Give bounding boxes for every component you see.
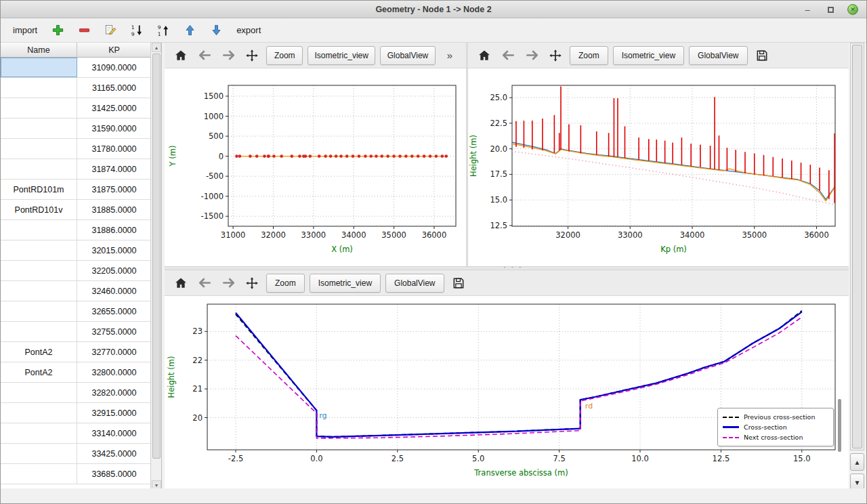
isometric-view-button[interactable]: Isometric_view xyxy=(613,46,684,65)
horizontal-splitter[interactable] xyxy=(165,266,849,270)
svg-text:rd: rd xyxy=(585,402,593,411)
move-down-button[interactable] xyxy=(207,22,225,39)
kp-cell[interactable]: 31425.0000 xyxy=(77,98,151,118)
table-row: 32915.0000 xyxy=(1,403,151,423)
kp-cell[interactable]: 32800.0000 xyxy=(77,362,151,382)
name-cell[interactable] xyxy=(1,119,77,138)
kp-cell[interactable]: 31886.0000 xyxy=(77,220,151,240)
export-button[interactable]: export xyxy=(234,24,263,37)
kp-cell[interactable]: 31590.0000 xyxy=(77,119,151,138)
isometric-view-button[interactable]: Isometric_view xyxy=(308,46,375,65)
svg-text:20.0: 20.0 xyxy=(490,144,507,154)
kp-cell[interactable]: 31165.0000 xyxy=(77,78,151,98)
name-cell[interactable] xyxy=(1,444,77,463)
name-cell[interactable]: PontRD101m xyxy=(1,180,77,199)
forward-button[interactable] xyxy=(522,46,541,65)
name-cell[interactable] xyxy=(1,301,77,321)
pan-button[interactable] xyxy=(242,46,261,65)
bottom-pane-scrollbar[interactable] xyxy=(838,399,841,452)
global-view-button[interactable]: GlobalView xyxy=(380,46,436,65)
minimize-button[interactable]: – xyxy=(801,3,813,16)
name-cell[interactable] xyxy=(1,220,77,240)
global-view-button[interactable]: GlobalView xyxy=(689,46,747,65)
zoom-button[interactable]: Zoom xyxy=(570,46,608,65)
name-cell[interactable] xyxy=(1,423,77,443)
kp-cell[interactable]: 32655.0000 xyxy=(77,301,151,321)
window-scrollbar-track[interactable] xyxy=(850,43,864,450)
kp-cell[interactable]: 31874.0000 xyxy=(77,159,151,179)
kp-cell[interactable]: 32205.0000 xyxy=(77,261,151,280)
svg-text:35000: 35000 xyxy=(742,230,767,240)
svg-text:21: 21 xyxy=(192,384,203,394)
plots-area: Zoom Isometric_view GlobalView » 3100032… xyxy=(165,43,849,490)
name-cell[interactable] xyxy=(1,159,77,179)
kp-cell[interactable]: 33425.0000 xyxy=(77,444,151,463)
name-cell[interactable] xyxy=(1,261,77,280)
zoom-button[interactable]: Zoom xyxy=(266,46,303,65)
name-cell[interactable] xyxy=(1,58,77,77)
isometric-view-button[interactable]: Isometric_view xyxy=(310,274,381,293)
name-cell[interactable]: PontA2 xyxy=(1,342,77,362)
kp-cell[interactable]: 32460.0000 xyxy=(77,281,151,301)
kp-cell[interactable]: 32915.0000 xyxy=(77,403,151,423)
close-button[interactable]: ✕ xyxy=(847,4,858,15)
name-cell[interactable] xyxy=(1,383,77,402)
forward-button[interactable] xyxy=(219,274,238,293)
kp-cell[interactable]: 33140.0000 xyxy=(77,423,151,443)
toolbar-overflow-button[interactable]: » xyxy=(440,46,459,65)
save-figure-button[interactable] xyxy=(753,46,771,65)
back-button[interactable] xyxy=(499,46,517,65)
maximize-button[interactable] xyxy=(824,3,837,16)
name-cell[interactable] xyxy=(1,403,77,423)
home-button[interactable] xyxy=(171,46,190,65)
edit-row-button[interactable] xyxy=(102,22,119,39)
table-row: 31090.0000 xyxy=(1,58,151,78)
name-cell[interactable] xyxy=(1,281,77,301)
move-up-button[interactable] xyxy=(181,22,198,39)
sort-descending-button[interactable] xyxy=(128,22,146,39)
chart-legend: Previous cross-sectionCross-sectionNext … xyxy=(717,408,834,446)
kp-cell[interactable]: 33685.0000 xyxy=(77,464,151,484)
window-scrollbar-thumb[interactable] xyxy=(852,45,862,448)
kp-cell[interactable]: 32755.0000 xyxy=(77,322,151,341)
kp-cell[interactable]: 31875.0000 xyxy=(77,180,151,199)
home-button[interactable] xyxy=(171,274,190,293)
scroll-up-icon[interactable]: ▲ xyxy=(152,43,161,52)
table-scrollbar[interactable]: ▲ ▼ xyxy=(150,43,161,490)
home-button[interactable] xyxy=(475,46,494,65)
kp-cell[interactable]: 32015.0000 xyxy=(77,240,151,260)
name-cell[interactable] xyxy=(1,98,77,118)
pan-button[interactable] xyxy=(242,274,261,293)
kp-cell[interactable]: 31780.0000 xyxy=(77,139,151,159)
name-cell[interactable] xyxy=(1,240,77,260)
scroll-up-button[interactable]: ▲ xyxy=(850,453,864,471)
global-view-button[interactable]: GlobalView xyxy=(385,274,444,293)
name-cell[interactable]: PontA2 xyxy=(1,362,77,382)
legend-label: Next cross-section xyxy=(744,434,803,441)
back-button[interactable] xyxy=(195,46,214,65)
sort-ascending-button[interactable] xyxy=(154,22,172,39)
zoom-button[interactable]: Zoom xyxy=(266,274,305,293)
kp-cell[interactable]: 32820.0000 xyxy=(77,383,151,402)
pan-button[interactable] xyxy=(546,46,565,65)
import-button[interactable]: import xyxy=(10,24,40,37)
table-row: 31590.0000 xyxy=(1,119,151,139)
name-cell[interactable] xyxy=(1,464,77,484)
kp-cell[interactable]: 32770.0000 xyxy=(77,342,151,362)
name-cell[interactable] xyxy=(1,78,77,98)
back-button[interactable] xyxy=(195,274,214,293)
table-scrollbar-thumb[interactable] xyxy=(152,54,161,459)
save-figure-button[interactable] xyxy=(449,274,468,293)
add-row-button[interactable] xyxy=(49,22,66,39)
column-header-name[interactable]: Name xyxy=(1,43,77,57)
name-cell[interactable]: PontRD101v xyxy=(1,200,77,219)
forward-button[interactable] xyxy=(219,46,238,65)
name-cell[interactable] xyxy=(1,322,77,341)
svg-text:36000: 36000 xyxy=(422,230,447,240)
kp-cell[interactable]: 31885.0000 xyxy=(77,200,151,219)
window-scrollbar[interactable]: ▲ ▼ xyxy=(850,43,864,490)
remove-row-button[interactable] xyxy=(75,22,93,39)
column-header-kp[interactable]: KP xyxy=(77,43,151,57)
kp-cell[interactable]: 31090.0000 xyxy=(77,58,151,77)
name-cell[interactable] xyxy=(1,139,77,159)
